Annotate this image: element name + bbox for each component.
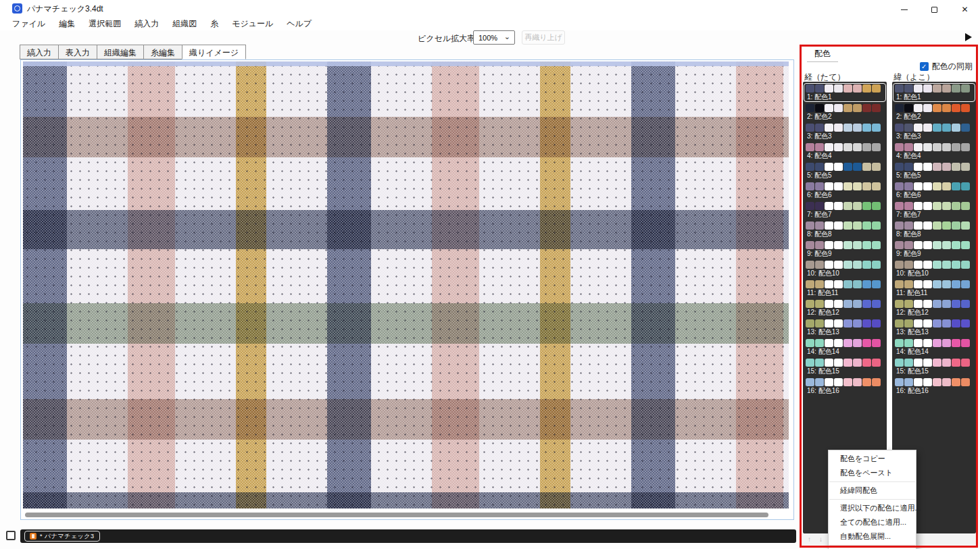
- color-swatch[interactable]: [904, 359, 913, 367]
- color-swatch[interactable]: [923, 300, 932, 308]
- color-swatch[interactable]: [933, 124, 941, 132]
- color-swatch[interactable]: [872, 84, 881, 93]
- color-swatch[interactable]: [862, 378, 871, 386]
- color-swatch[interactable]: [806, 261, 814, 269]
- color-swatch[interactable]: [806, 202, 814, 210]
- color-swatch[interactable]: [942, 163, 951, 171]
- color-swatch[interactable]: [853, 202, 862, 210]
- color-swatch[interactable]: [933, 163, 941, 171]
- view-tab-1[interactable]: 縞入力: [20, 45, 59, 59]
- color-swatch[interactable]: [825, 202, 833, 210]
- color-swatch[interactable]: [815, 261, 824, 269]
- color-swatch[interactable]: [834, 359, 843, 367]
- color-swatch[interactable]: [933, 84, 941, 93]
- weft-scheme-row-6[interactable]: 6: 配色6: [893, 181, 975, 200]
- color-swatch[interactable]: [843, 378, 852, 386]
- color-swatch[interactable]: [872, 261, 881, 269]
- color-swatch[interactable]: [895, 221, 904, 230]
- color-swatch[interactable]: [914, 241, 923, 249]
- color-swatch[interactable]: [933, 319, 941, 328]
- color-swatch[interactable]: [862, 221, 871, 230]
- color-swatch[interactable]: [904, 84, 913, 93]
- color-swatch[interactable]: [862, 202, 871, 210]
- color-swatch[interactable]: [923, 319, 932, 328]
- color-swatch[interactable]: [942, 280, 951, 288]
- warp-scheme-row-2[interactable]: 2: 配色2: [804, 103, 886, 122]
- color-swatch[interactable]: [952, 261, 960, 269]
- close-button[interactable]: ✕: [950, 0, 980, 19]
- color-swatch[interactable]: [904, 319, 913, 328]
- color-swatch[interactable]: [872, 182, 881, 190]
- weft-scheme-row-10[interactable]: 10: 配色10: [893, 259, 975, 278]
- weft-scheme-row-12[interactable]: 12: 配色12: [893, 298, 975, 317]
- color-swatch[interactable]: [914, 104, 923, 112]
- color-swatch[interactable]: [834, 339, 843, 347]
- color-swatch[interactable]: [806, 241, 814, 249]
- fabric-preview[interactable]: [23, 61, 789, 508]
- weft-scheme-row-2[interactable]: 2: 配色2: [893, 103, 975, 122]
- color-swatch[interactable]: [904, 261, 913, 269]
- color-swatch[interactable]: [904, 143, 913, 151]
- color-swatch[interactable]: [834, 261, 843, 269]
- view-tab-5[interactable]: 織りイメージ: [182, 45, 246, 59]
- color-swatch[interactable]: [872, 378, 881, 386]
- context-menu-item[interactable]: 配色をペースト: [829, 466, 916, 480]
- color-swatch[interactable]: [843, 163, 852, 171]
- warp-scheme-row-9[interactable]: 9: 配色9: [804, 240, 886, 259]
- reweave-button[interactable]: 再織り上げ: [522, 30, 565, 45]
- color-swatch[interactable]: [843, 339, 852, 347]
- color-swatch[interactable]: [806, 359, 814, 367]
- color-swatch[interactable]: [961, 359, 970, 367]
- color-swatch[interactable]: [952, 221, 960, 230]
- view-tab-2[interactable]: 表入力: [58, 45, 97, 59]
- color-swatch[interactable]: [895, 143, 904, 151]
- color-swatch[interactable]: [933, 241, 941, 249]
- color-swatch[interactable]: [914, 261, 923, 269]
- collapse-panel-arrow-icon[interactable]: [965, 33, 972, 41]
- color-swatch[interactable]: [815, 182, 824, 190]
- color-swatch[interactable]: [933, 202, 941, 210]
- color-swatch[interactable]: [806, 300, 814, 308]
- color-swatch[interactable]: [862, 104, 871, 112]
- color-swatch[interactable]: [825, 143, 833, 151]
- color-swatch[interactable]: [952, 339, 960, 347]
- color-swatch[interactable]: [942, 319, 951, 328]
- maximize-button[interactable]: [919, 0, 950, 19]
- color-swatch[interactable]: [942, 261, 951, 269]
- color-swatch[interactable]: [862, 261, 871, 269]
- color-swatch[interactable]: [843, 124, 852, 132]
- color-swatch[interactable]: [834, 143, 843, 151]
- checked-checkbox-icon[interactable]: [920, 62, 929, 71]
- sync-checkbox-row[interactable]: 配色の同期: [920, 61, 973, 72]
- color-swatch[interactable]: [961, 104, 970, 112]
- warp-scheme-row-5[interactable]: 5: 配色5: [804, 161, 886, 180]
- weft-scheme-row-9[interactable]: 9: 配色9: [893, 240, 975, 259]
- color-swatch[interactable]: [834, 221, 843, 230]
- color-swatch[interactable]: [815, 339, 824, 347]
- warp-scheme-row-7[interactable]: 7: 配色7: [804, 201, 886, 219]
- color-swatch[interactable]: [815, 143, 824, 151]
- color-swatch[interactable]: [853, 143, 862, 151]
- color-swatch[interactable]: [914, 339, 923, 347]
- color-swatch[interactable]: [853, 378, 862, 386]
- color-swatch[interactable]: [843, 300, 852, 308]
- color-swatch[interactable]: [923, 280, 932, 288]
- color-swatch[interactable]: [862, 241, 871, 249]
- color-swatch[interactable]: [933, 104, 941, 112]
- menu-item-3[interactable]: 選択範囲: [82, 18, 128, 30]
- weft-scheme-row-3[interactable]: 3: 配色3: [893, 122, 975, 141]
- color-swatch[interactable]: [942, 124, 951, 132]
- color-swatch[interactable]: [825, 163, 833, 171]
- color-swatch[interactable]: [872, 319, 881, 328]
- weft-scheme-row-7[interactable]: 7: 配色7: [893, 201, 975, 219]
- warp-scheme-row-12[interactable]: 12: 配色12: [804, 298, 886, 317]
- color-swatch[interactable]: [904, 202, 913, 210]
- document-tab[interactable]: * パナマチェック3: [24, 531, 100, 542]
- color-swatch[interactable]: [942, 182, 951, 190]
- color-swatch[interactable]: [843, 261, 852, 269]
- color-swatch[interactable]: [914, 84, 923, 93]
- color-swatch[interactable]: [853, 163, 862, 171]
- color-swatch[interactable]: [843, 182, 852, 190]
- color-swatch[interactable]: [834, 163, 843, 171]
- color-swatch[interactable]: [933, 300, 941, 308]
